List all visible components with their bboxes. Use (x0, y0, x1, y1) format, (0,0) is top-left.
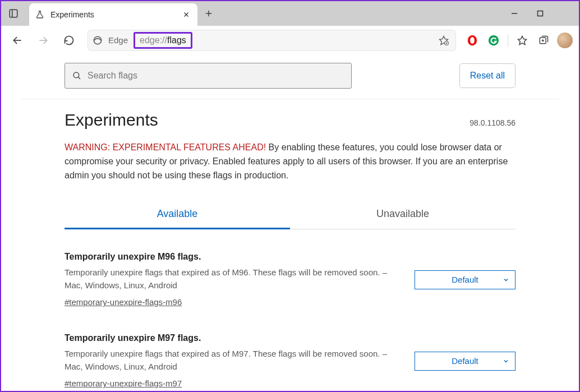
flask-icon (35, 10, 45, 19)
chevron-down-icon (503, 276, 509, 283)
address-engine-label: Edge (108, 35, 128, 45)
flag-title: Temporarily unexpire M97 flags. (65, 333, 398, 343)
flag-title: Temporarily unexpire M96 flags. (65, 252, 398, 262)
search-icon (72, 71, 82, 81)
search-flags-box[interactable] (65, 63, 352, 89)
svg-point-16 (470, 37, 475, 44)
profile-avatar[interactable] (555, 31, 574, 50)
reset-all-button[interactable]: Reset all (459, 63, 515, 88)
window-maximize-button[interactable] (527, 1, 553, 26)
svg-point-17 (489, 35, 499, 45)
page-content: Reset all Experiments 98.0.1108.56 WARNI… (1, 55, 579, 391)
nav-back-button[interactable] (6, 29, 29, 52)
favorites-icon[interactable] (513, 31, 532, 50)
nav-refresh-button[interactable] (57, 29, 81, 52)
tab-overview-button[interactable] (1, 1, 26, 26)
window-controls (501, 1, 579, 26)
svg-point-10 (94, 36, 102, 44)
svg-line-23 (78, 77, 80, 79)
flag-state-value: Default (452, 356, 478, 366)
edge-logo-icon (93, 35, 103, 45)
flag-list: Temporarily unexpire M96 flags. Temporar… (65, 229, 515, 389)
tab-unavailable[interactable]: Unavailable (290, 201, 515, 229)
window-close-button[interactable] (553, 1, 579, 26)
page-title: Experiments (65, 110, 158, 130)
flag-anchor-link[interactable]: #temporary-unexpire-flags-m97 (65, 379, 182, 388)
page-header: Experiments 98.0.1108.56 (65, 110, 515, 130)
grammarly-extension-icon[interactable] (484, 31, 503, 50)
window-minimize-button[interactable] (501, 1, 527, 26)
svg-rect-7 (538, 11, 543, 16)
flag-state-value: Default (452, 275, 478, 284)
flag-tab-bar: Available Unavailable (65, 201, 515, 229)
warning-text: WARNING: EXPERIMENTAL FEATURES AHEAD! By… (65, 141, 515, 182)
tab-strip: Experiments (26, 1, 501, 26)
tab-available[interactable]: Available (65, 201, 290, 229)
flag-item: Temporarily unexpire M97 flags. Temporar… (65, 333, 515, 389)
browser-tab-experiments[interactable]: Experiments (29, 3, 197, 26)
browser-version: 98.0.1108.56 (469, 118, 515, 127)
address-url-highlight: edge://flags (134, 32, 192, 49)
flag-state-select[interactable]: Default (415, 352, 515, 371)
svg-point-22 (73, 72, 79, 78)
tab-close-button[interactable] (181, 9, 192, 20)
chevron-down-icon (503, 358, 509, 365)
browser-toolbar: Edge edge://flags (1, 26, 579, 55)
titlebar: Experiments (1, 1, 579, 26)
flag-item: Temporarily unexpire M96 flags. Temporar… (65, 252, 515, 307)
url-scheme: edge:// (140, 35, 167, 45)
flag-anchor-link[interactable]: #temporary-unexpire-flags-m96 (65, 297, 182, 307)
flag-state-select[interactable]: Default (415, 270, 515, 289)
opera-extension-icon[interactable] (463, 31, 482, 50)
flag-description: Temporarily unexpire flags that expired … (65, 348, 398, 373)
reset-all-label: Reset all (470, 71, 505, 81)
search-flags-input[interactable] (88, 71, 344, 81)
svg-marker-18 (518, 36, 527, 44)
flags-toolbar: Reset all (21, 61, 559, 99)
warning-prefix: WARNING: EXPERIMENTAL FEATURES AHEAD! (65, 142, 266, 152)
new-tab-button[interactable] (197, 1, 220, 26)
flag-description: Temporarily unexpire flags that expired … (65, 266, 398, 292)
svg-rect-0 (10, 10, 17, 17)
address-bar[interactable]: Edge edge://flags (88, 30, 456, 51)
url-path: flags (167, 35, 186, 45)
nav-forward-button[interactable] (31, 29, 55, 52)
collections-icon[interactable] (534, 31, 553, 50)
toolbar-divider (508, 34, 508, 47)
favorite-add-icon[interactable] (436, 33, 451, 48)
tab-title: Experiments (50, 10, 175, 19)
